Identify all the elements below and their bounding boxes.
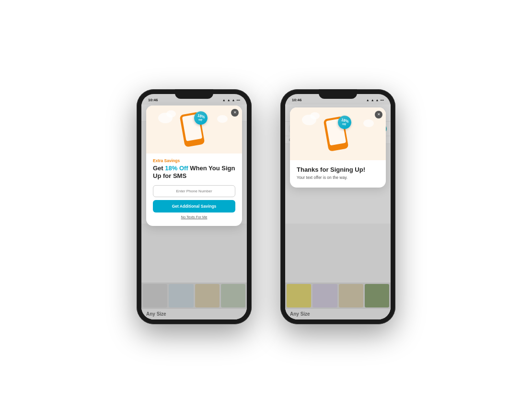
- phone-illustration: 18% off: [180, 111, 208, 147]
- phone-1-status-icons: ▲ ▲ ▲ ▪▪▪: [222, 98, 240, 102]
- phone-2-popup-close[interactable]: ✕: [375, 111, 382, 118]
- cloud-6: [363, 119, 374, 127]
- phone-2-popup: ✕ 18% off: [290, 107, 386, 188]
- cloud-2: [166, 110, 176, 118]
- cloud-5: [310, 112, 320, 119]
- phone-2-popup-image: 18% off: [290, 107, 386, 160]
- popup-headline: Get 18% Off When You Sign Up for SMS: [153, 165, 235, 181]
- phone-number-input[interactable]: [153, 185, 235, 197]
- phone-1-popup-close[interactable]: ✕: [231, 109, 239, 117]
- no-text-link[interactable]: No Texts For Me: [153, 215, 235, 219]
- phone-1-popup: ✕ 18% off: [146, 106, 242, 226]
- headline-highlight: 18% Off: [165, 165, 188, 172]
- phone-1-time: 10:46: [148, 98, 158, 102]
- phone-1: 10:46 ▲ ▲ ▲ ▪▪▪ ☰ STICKER YOU 🇺🇸: [137, 89, 252, 324]
- thanks-subtitle: Your text offer is on the way.: [297, 175, 379, 180]
- extra-savings-label: Extra Savings: [153, 158, 235, 163]
- phone-1-notch: [175, 89, 213, 99]
- cta-button[interactable]: Get Additional Savings: [153, 200, 235, 212]
- phone-2-thanks-content: Thanks for Signing Up! Your text offer i…: [290, 160, 386, 188]
- phone-2-notch: [319, 89, 357, 99]
- phone-2-status-icons: ▲ ▲ ▲ ▪▪▪: [366, 98, 384, 102]
- phone-1-popup-content: Extra Savings Get 18% Off When You Sign …: [146, 153, 242, 226]
- phone-2-time: 10:46: [292, 98, 301, 102]
- phone-2: 10:46 ▲ ▲ ▲ ▪▪▪ ☰ STICKER YOU 🇺🇸: [280, 89, 395, 324]
- phones-container: 10:46 ▲ ▲ ▲ ▪▪▪ ☰ STICKER YOU 🇺🇸: [137, 89, 395, 324]
- cloud-3: [217, 115, 228, 123]
- phone-illustration-2: 18% off: [324, 116, 352, 152]
- phone-1-screen: 10:46 ▲ ▲ ▲ ▪▪▪ ☰ STICKER YOU 🇺🇸: [141, 94, 247, 319]
- thanks-title: Thanks for Signing Up!: [297, 166, 379, 173]
- phone-1-popup-image: 18% off: [146, 106, 242, 153]
- phone-2-screen: 10:46 ▲ ▲ ▲ ▪▪▪ ☰ STICKER YOU 🇺🇸: [285, 94, 391, 319]
